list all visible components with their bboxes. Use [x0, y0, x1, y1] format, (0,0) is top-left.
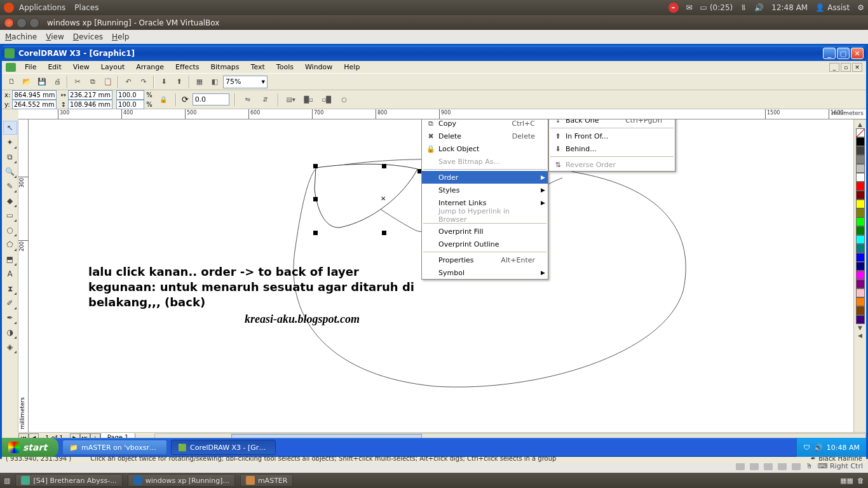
ctx-styles[interactable]: Styles▶	[422, 184, 548, 196]
user-menu[interactable]: 👤 Assist	[815, 3, 850, 12]
vbox-close-button[interactable]	[4, 18, 14, 28]
doc-minimize-button[interactable]: _	[829, 63, 839, 72]
color-swatch[interactable]	[856, 297, 865, 306]
vbox-maximize-button[interactable]	[29, 18, 39, 28]
color-swatch[interactable]	[856, 182, 865, 191]
ctx-jump-hyperlink[interactable]: Jump to Hyperlink in Browser	[422, 209, 548, 222]
menu-help[interactable]: Help	[339, 62, 365, 72]
panel-task-vbox[interactable]: windows xp [Running]...	[128, 474, 235, 487]
color-swatch[interactable]	[856, 208, 865, 217]
menu-window[interactable]: Window	[300, 62, 337, 72]
color-swatch[interactable]	[856, 306, 865, 315]
save-button[interactable]: 💾	[35, 75, 49, 89]
polygon-tool[interactable]: ⬠	[3, 238, 17, 252]
ctx-delete[interactable]: ✖DeleteDelete	[422, 130, 548, 142]
menu-bitmaps[interactable]: Bitmaps	[205, 62, 244, 72]
ellipse-tool[interactable]: ○	[3, 223, 17, 237]
open-button[interactable]: 📂	[20, 75, 34, 89]
corel-doc-icon[interactable]	[6, 63, 16, 72]
menu-arrange[interactable]: Arrange	[131, 62, 169, 72]
vbox-titlebar[interactable]: windows xp [Running] - Oracle VM Virtual…	[0, 15, 868, 30]
to-front-button[interactable]: █▫	[302, 93, 316, 107]
ruler-horizontal[interactable]: 300 400 500 600 700 800 900 1500 1600 mi…	[18, 109, 866, 119]
vbox-menu-help[interactable]: Help	[112, 32, 129, 41]
clock[interactable]: 12:48 AM	[771, 3, 808, 12]
ctx-lock-object[interactable]: 🔒Lock Object	[422, 142, 548, 155]
workspace-switcher[interactable]: ▦▦	[840, 477, 853, 485]
selection-handle[interactable]	[313, 197, 318, 201]
system-tray[interactable]: 🛡 🔊 10:48 AM	[796, 438, 866, 457]
color-swatch[interactable]	[856, 200, 865, 208]
convert-curves-button[interactable]: ○	[337, 93, 351, 107]
order-reverse[interactable]: ⇅Reverse Order	[549, 158, 675, 171]
trash-icon[interactable]: 🗑	[857, 477, 864, 485]
interactive-fill-tool[interactable]: ◈	[3, 340, 17, 354]
crop-tool[interactable]: ⧉	[3, 150, 17, 164]
selection-handle[interactable]	[382, 164, 386, 168]
to-back-button[interactable]: ▫█	[320, 93, 334, 107]
rectangle-tool[interactable]: ▭	[3, 208, 17, 222]
selection-handle[interactable]	[313, 231, 318, 235]
print-button[interactable]: 🖨	[50, 75, 64, 89]
power-icon[interactable]: ⚙	[857, 3, 864, 12]
palette-up-button[interactable]: ▲	[857, 121, 863, 128]
selection-handle[interactable]	[382, 231, 386, 235]
menu-edit[interactable]: Edit	[43, 62, 66, 72]
corel-maximize-button[interactable]: ▢	[837, 48, 850, 59]
vbox-menu-devices[interactable]: Devices	[73, 32, 103, 41]
tray-icon[interactable]: 🛡	[803, 444, 810, 452]
freehand-tool[interactable]: ✎	[3, 179, 17, 193]
redo-button[interactable]: ↷	[137, 75, 151, 89]
color-swatch[interactable]	[856, 244, 865, 253]
text-tool[interactable]: A	[3, 267, 17, 281]
do-not-disturb-icon[interactable]: –	[668, 3, 679, 13]
pick-tool[interactable]: ↖	[3, 121, 17, 135]
vbox-menu-view[interactable]: View	[46, 32, 64, 41]
battery-indicator[interactable]: ▭ (0:25)	[700, 3, 733, 12]
smart-fill-tool[interactable]: ◆	[3, 194, 17, 208]
taskbar-item-master[interactable]: 📁mASTER on 'vboxsrv' ...	[62, 440, 167, 455]
undo-button[interactable]: ↶	[121, 75, 135, 89]
color-swatch[interactable]	[856, 137, 865, 146]
vbox-hdd-led-icon[interactable]	[736, 463, 745, 470]
panel-task-master[interactable]: mASTER	[240, 474, 294, 487]
object-y-input[interactable]	[12, 100, 57, 109]
vbox-minimize-button[interactable]	[17, 18, 27, 28]
selection-center-icon[interactable]: ✕	[381, 195, 386, 202]
basic-shapes-tool[interactable]: ⬒	[3, 252, 17, 266]
lock-ratio-button[interactable]: 🔒	[156, 93, 170, 107]
app-launcher-button[interactable]: ▦	[193, 75, 207, 89]
color-swatch[interactable]	[856, 253, 865, 262]
color-swatch[interactable]	[856, 191, 865, 200]
object-x-input[interactable]	[12, 90, 57, 100]
vbox-menu-machine[interactable]: MMachineachine	[5, 32, 37, 41]
wrap-text-button[interactable]: ▤▾	[284, 93, 298, 107]
panel-task-chrome[interactable]: [S4] Bretheran Abyss-...	[15, 474, 122, 487]
color-swatch[interactable]	[856, 271, 865, 280]
doc-restore-button[interactable]: ▫	[841, 63, 851, 72]
mirror-v-button[interactable]: ⇵	[259, 93, 273, 107]
menu-tools[interactable]: Tools	[271, 62, 299, 72]
order-back-one[interactable]: ↧Back OneCtrl+PgDn	[549, 119, 675, 126]
vbox-net-led-icon[interactable]	[764, 463, 773, 470]
color-swatch[interactable]	[856, 217, 865, 226]
volume-icon[interactable]: 🔊	[754, 3, 764, 12]
ctx-symbol[interactable]: Symbol▶	[422, 266, 548, 279]
corel-titlebar[interactable]: CorelDRAW X3 - [Graphic1] _ ▢ ✕	[2, 46, 866, 61]
vbox-usb-led-icon[interactable]	[778, 463, 787, 470]
ctx-overprint-fill[interactable]: Overprint Fill	[422, 225, 548, 238]
outline-tool[interactable]: ✒	[3, 311, 17, 325]
menu-layout[interactable]: Layout	[96, 62, 130, 72]
places-menu[interactable]: Places	[74, 3, 98, 12]
swatch-none[interactable]	[856, 128, 865, 137]
corel-minimize-button[interactable]: _	[823, 48, 836, 59]
color-swatch[interactable]	[856, 173, 865, 182]
object-width-input[interactable]	[68, 90, 112, 100]
selection-handle[interactable]	[313, 164, 318, 168]
show-desktop-button[interactable]: ▥	[4, 477, 10, 485]
import-button[interactable]: ⬇	[157, 75, 171, 89]
scale-x-input[interactable]	[116, 90, 144, 100]
drawing-canvas[interactable]: ✕ lalu click kanan.. order -> to back of…	[29, 119, 853, 432]
start-button[interactable]: start	[2, 438, 58, 457]
order-in-front-of[interactable]: ⬆In Front Of...	[549, 130, 675, 142]
